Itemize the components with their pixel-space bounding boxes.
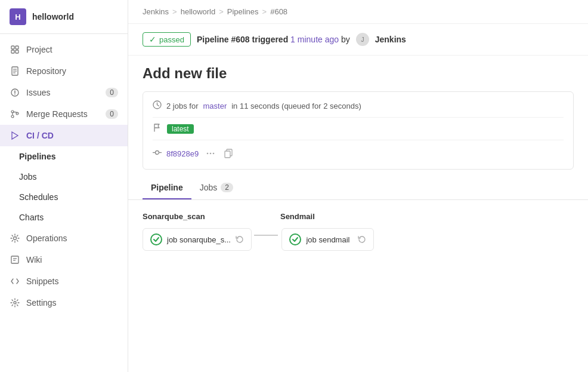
sidebar-item-wiki[interactable]: Wiki [0,249,128,270]
branch-link[interactable]: master [203,102,227,110]
commit-actions [203,146,236,161]
sidebar-item-label: Wiki [26,255,42,265]
commit-copy-btn[interactable] [221,146,236,161]
svg-point-20 [14,302,16,304]
stage-sendmail-label: Sendmail [280,212,315,221]
sidebar-item-label: Repository [26,66,66,76]
breadcrumb-pipelines[interactable]: Pipelines [227,7,259,16]
check-icon: ✓ [149,35,156,44]
issues-icon [10,87,20,98]
svg-rect-0 [11,46,14,49]
sidebar-item-merge-requests[interactable]: Merge Requests 0 [0,103,128,125]
pipeline-jobs-row: 2 jobs for master in 11 seconds (queued … [153,100,564,118]
pipeline-time: 1 minute ago [290,35,339,44]
breadcrumb: Jenkins > helloworld > Pipelines > #608 [128,0,588,24]
sidebar-item-jobs[interactable]: Jobs [0,167,128,187]
svg-line-25 [157,105,159,106]
svg-point-26 [156,151,159,155]
connector-line [254,235,278,236]
sidebar-item-label: Project [26,45,52,54]
project-name: helloworld [32,12,74,21]
breadcrumb-sep-2: > [219,7,224,16]
pipeline-description: Pipeline #608 triggered [197,35,288,44]
sidebar-item-issues[interactable]: Issues 0 [0,82,128,103]
svg-rect-2 [11,50,14,53]
repository-icon [10,66,20,76]
job-check-icon [150,233,162,245]
stage-connector [252,212,280,236]
sidebar-item-label: Snippets [26,276,58,286]
commit-more-btn[interactable] [203,146,218,161]
sidebar-item-label: Issues [26,88,50,97]
breadcrumb-current: #608 [270,7,287,16]
tab-jobs[interactable]: Jobs 2 [191,177,242,199]
job-sendmail-retry-btn[interactable] [358,235,366,244]
sidebar-item-schedules[interactable]: Schedules [0,187,128,207]
commit-row: 8f8928e9 [153,146,564,161]
project-icon [10,44,20,55]
sidebar-item-label: CI / CD [26,131,54,140]
svg-text:J: J [361,36,364,43]
sidebar-item-operations[interactable]: Operations [0,227,128,249]
duration-text: in 11 seconds (queued for 2 seconds) [231,102,361,110]
wiki-icon [10,254,20,265]
svg-point-12 [11,115,14,118]
snippets-icon [10,276,20,287]
jobs-count-text: 2 jobs for [166,102,198,110]
main-content: Jenkins > helloworld > Pipelines > #608 … [128,0,588,372]
pipelines-label: Pipelines [19,152,55,161]
svg-point-31 [213,153,215,155]
ci-cd-icon [10,130,20,141]
sidebar-item-label: Settings [26,298,57,308]
jenkins-avatar: J [356,33,369,46]
job-sonarqube-scan[interactable]: job sonarqube_s... [143,228,252,251]
job-sonarqube-name: job sonarqube_s... [167,235,231,244]
clock-icon [153,100,162,111]
pipeline-stages: Sonarqube_scan job sonarqube_s... Sendma… [143,212,574,251]
breadcrumb-sep-1: > [172,7,177,16]
stage-sonarqube-label: Sonarqube_scan [143,212,205,221]
sidebar-item-charts[interactable]: Charts [0,207,128,227]
svg-point-10 [14,94,16,95]
tag-row: latest [153,124,564,140]
svg-marker-15 [12,132,18,139]
sidebar-item-pipelines[interactable]: Pipelines [0,146,128,167]
job-sonarqube-retry-btn[interactable] [236,235,244,244]
merge-requests-badge: 0 [106,109,118,119]
passed-label: passed [159,35,184,44]
tab-pipeline-label: Pipeline [151,183,183,192]
svg-point-30 [210,153,212,155]
svg-rect-3 [16,50,18,53]
pipeline-info-box: 2 jobs for master in 11 seconds (queued … [143,91,574,170]
breadcrumb-helloworld[interactable]: helloworld [181,7,216,16]
pipeline-by: by [341,35,350,44]
settings-icon [10,297,20,308]
tab-pipeline[interactable]: Pipeline [143,177,191,199]
charts-label: Charts [19,213,44,222]
commit-hash[interactable]: 8f8928e9 [166,149,199,158]
jenkins-name: Jenkins [375,35,406,44]
svg-rect-17 [11,256,18,263]
pipeline-status-text: Pipeline #608 triggered 1 minute ago by [197,35,350,44]
pipeline-diagram: Sonarqube_scan job sonarqube_s... Sendma… [128,200,588,263]
stage-sendmail: Sendmail job sendmail [280,212,376,251]
jobs-label: Jobs [19,172,37,182]
sidebar-header: H helloworld [0,0,128,34]
tab-jobs-label: Jobs [200,183,218,192]
sidebar-item-ci-cd[interactable]: CI / CD [0,125,128,146]
job-sendmail[interactable]: job sendmail [281,228,374,251]
sidebar-item-project[interactable]: Project [0,39,128,60]
sidebar-item-snippets[interactable]: Snippets [0,270,128,292]
sidebar-nav: Project Repository Issues 0 Merge Reques… [0,34,128,372]
stage-sonarqube-scan: Sonarqube_scan job sonarqube_s... [143,212,252,251]
sidebar-item-settings[interactable]: Settings [0,292,128,313]
job-check-icon-2 [289,233,301,245]
pipeline-status-bar: ✓ passed Pipeline #608 triggered 1 minut… [128,24,588,56]
sidebar-item-repository[interactable]: Repository [0,60,128,82]
latest-tag: latest [167,124,194,134]
sidebar-item-label: Operations [26,233,67,243]
job-sendmail-name: job sendmail [306,235,353,244]
sidebar: H helloworld Project Repository Issues 0 [0,0,128,372]
breadcrumb-jenkins[interactable]: Jenkins [143,7,169,16]
breadcrumb-sep-3: > [262,7,267,16]
